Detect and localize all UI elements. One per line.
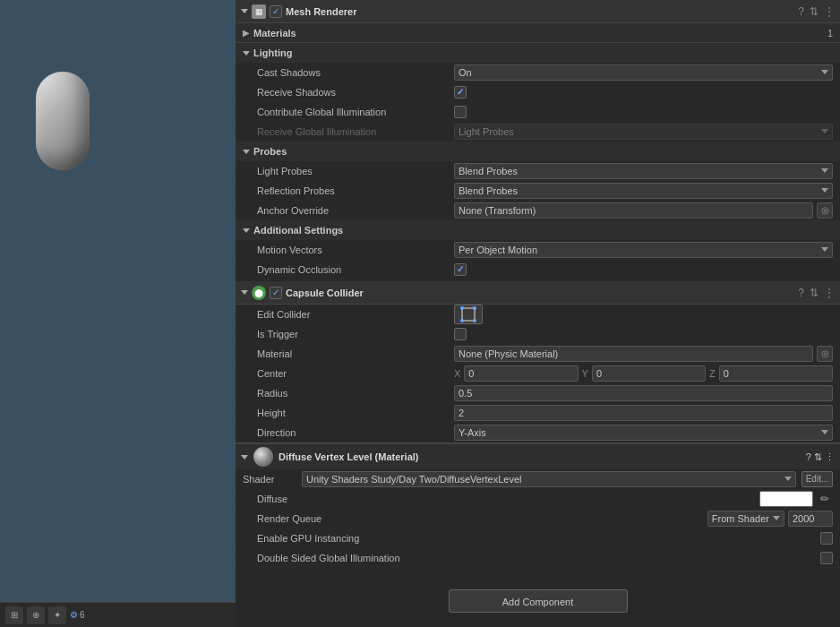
edit-collider-button[interactable] (454, 305, 483, 324)
radius-input[interactable]: 0.5 (454, 385, 833, 401)
lighting-section-header[interactable]: Lighting (236, 43, 840, 63)
render-queue-mode-arrow (773, 516, 780, 520)
capsule-collider-settings-icon[interactable]: ⇅ (810, 287, 819, 299)
cast-shadows-value: On (454, 64, 833, 81)
anchor-override-value: None (Transform) ◎ (454, 202, 833, 219)
receive-shadows-checkbox[interactable] (454, 86, 467, 99)
shader-label: Shader (243, 474, 296, 485)
probes-section-header[interactable]: Probes (236, 142, 840, 161)
scene-tool-3[interactable]: ✦ (48, 606, 66, 624)
diffuse-row: Diffuse ✏ (236, 489, 840, 509)
diffuse-color-picker-icon[interactable]: ✏ (817, 491, 833, 507)
center-xyz: X 0 Y 0 Z 0 (454, 365, 833, 382)
probes-section-label: Probes (253, 146, 287, 157)
materials-count: 1 (827, 28, 833, 39)
reflection-probes-label: Reflection Probes (257, 185, 454, 196)
anchor-override-picker[interactable]: ◎ (817, 202, 833, 219)
center-row: Center X 0 Y 0 Z 0 (236, 364, 840, 383)
mesh-renderer-icon: ▦ (252, 4, 266, 19)
lighting-section-label: Lighting (253, 47, 292, 58)
gpu-instancing-checkbox[interactable] (820, 532, 833, 545)
mesh-renderer-help-icon[interactable]: ? (798, 5, 804, 18)
direction-label: Direction (257, 427, 454, 438)
shader-dropdown[interactable]: Unity Shaders Study/Day Two/DiffuseVerte… (302, 471, 796, 487)
material-header[interactable]: Diffuse Vertex Level (Material) ? ⇅ ⋮ (236, 442, 840, 469)
mesh-renderer-enabled-toggle[interactable] (270, 5, 282, 18)
radius-value: 0.5 (454, 385, 833, 401)
cast-shadows-row: Cast Shadows On (236, 63, 840, 82)
center-label: Center (257, 368, 454, 379)
height-input[interactable]: 2 (454, 405, 833, 421)
is-trigger-checkbox[interactable] (454, 328, 467, 340)
height-value: 2 (454, 405, 833, 421)
cast-shadows-dropdown-arrow (821, 70, 828, 74)
anchor-override-dropdown[interactable]: None (Transform) (454, 202, 813, 219)
capsule-collider-more-icon[interactable]: ⋮ (824, 287, 835, 299)
capsule-collider-icon: ⬤ (252, 286, 266, 300)
light-probes-dropdown[interactable]: Blend Probes (454, 163, 833, 179)
contribute-gi-checkbox[interactable] (454, 106, 467, 118)
is-trigger-label: Is Trigger (257, 329, 454, 339)
material-header-icons: ? ⇅ ⋮ (806, 451, 835, 463)
inspector-panel: ▦ Mesh Renderer ? ⇅ ⋮ ▶ Materials 1 Ligh… (236, 0, 840, 627)
material-more-icon[interactable]: ⋮ (825, 451, 835, 462)
materials-section[interactable]: ▶ Materials 1 (236, 23, 840, 43)
render-queue-value-input[interactable]: 2000 (788, 511, 833, 527)
center-x-label: X (454, 368, 460, 379)
svg-point-2 (473, 306, 476, 310)
render-queue-mode-dropdown[interactable]: From Shader (707, 511, 784, 527)
material-settings-icon[interactable]: ⇅ (814, 451, 822, 462)
reflection-probes-dropdown[interactable]: Blend Probes (454, 183, 833, 199)
materials-expand-icon: ▶ (243, 28, 250, 38)
svg-point-3 (460, 319, 464, 322)
direction-dropdown[interactable]: Y-Axis (454, 425, 833, 441)
center-z-input[interactable]: 0 (719, 365, 833, 382)
radius-row: Radius 0.5 (236, 383, 840, 403)
center-z-label: Z (709, 368, 716, 379)
capsule-collider-expand-icon (241, 290, 248, 295)
capsule-collider-header[interactable]: ⬤ Capsule Collider ? ⇅ ⋮ (236, 281, 840, 305)
add-component-button[interactable]: Add Component (449, 589, 628, 613)
motion-vectors-dropdown-arrow (821, 247, 828, 252)
render-queue-label: Render Queue (257, 513, 454, 524)
collider-material-dropdown[interactable]: None (Physic Material) (454, 346, 813, 362)
lighting-expand-icon (243, 51, 250, 56)
contribute-gi-value (454, 106, 833, 118)
receive-gi-row: Receive Global Illumination Light Probes (236, 122, 840, 142)
capsule-collider-help-icon[interactable]: ? (798, 287, 804, 299)
shader-dropdown-arrow (784, 477, 792, 481)
motion-vectors-dropdown[interactable]: Per Object Motion (454, 242, 833, 258)
height-label: Height (257, 408, 454, 418)
mesh-renderer-header[interactable]: ▦ Mesh Renderer ? ⇅ ⋮ (236, 0, 840, 23)
scene-object (27, 72, 99, 188)
radius-label: Radius (257, 388, 454, 399)
capsule-3d-object (36, 72, 90, 170)
additional-settings-header[interactable]: Additional Settings (236, 220, 840, 240)
double-sided-gi-checkbox[interactable] (820, 552, 833, 564)
scene-tool-1[interactable]: ⊞ (5, 606, 23, 624)
receive-gi-dropdown[interactable]: Light Probes (454, 124, 833, 140)
scene-tool-2[interactable]: ⊕ (27, 606, 45, 624)
collider-material-picker[interactable]: ◎ (817, 346, 833, 362)
direction-row: Direction Y-Axis (236, 423, 840, 442)
capsule-collider-title: Capsule Collider (286, 288, 794, 298)
cast-shadows-dropdown[interactable]: On (454, 64, 833, 81)
dynamic-occlusion-checkbox[interactable] (454, 263, 467, 276)
capsule-collider-enabled-toggle[interactable] (270, 287, 282, 299)
diffuse-color-swatch[interactable] (759, 491, 813, 507)
material-help-icon[interactable]: ? (806, 451, 811, 462)
mesh-renderer-more-icon[interactable]: ⋮ (824, 5, 835, 18)
scene-tool-number[interactable]: ⚙ 6 (70, 610, 85, 620)
gpu-instancing-value (454, 532, 833, 545)
shader-edit-button[interactable]: Edit... (801, 471, 833, 487)
edit-collider-label: Edit Collider (257, 309, 454, 320)
collider-material-row: Material None (Physic Material) ◎ (236, 344, 840, 364)
receive-shadows-value (454, 86, 833, 99)
center-x-input[interactable]: 0 (464, 365, 578, 382)
edit-collider-icon (460, 306, 476, 322)
mesh-renderer-settings-icon[interactable]: ⇅ (810, 5, 819, 18)
svg-point-4 (473, 319, 476, 322)
dynamic-occlusion-label: Dynamic Occlusion (257, 264, 454, 275)
render-queue-row: Render Queue From Shader 2000 (236, 509, 840, 528)
center-y-input[interactable]: 0 (592, 365, 706, 382)
